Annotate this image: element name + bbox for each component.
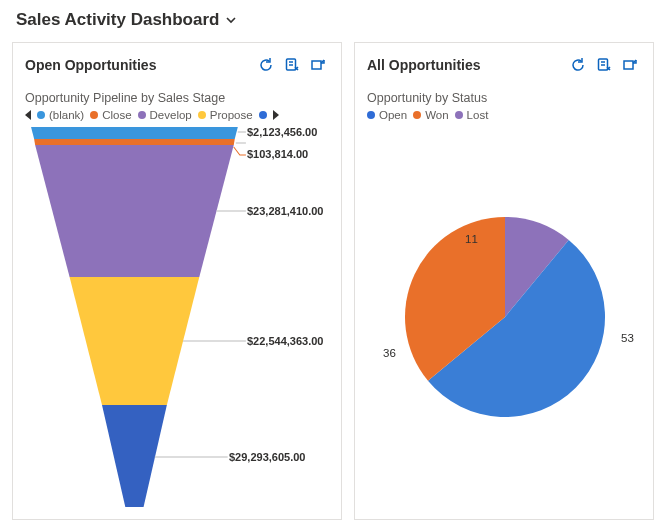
legend-next-icon[interactable] xyxy=(273,110,279,120)
page-title-row[interactable]: Sales Activity Dashboard xyxy=(12,6,660,42)
view-records-button[interactable] xyxy=(591,53,617,77)
panel-open-opportunities: Open Opportunities Opportunity Pipeline … xyxy=(12,42,342,520)
panel-title: Open Opportunities xyxy=(25,57,253,73)
chart-title: Opportunity by Status xyxy=(367,91,641,105)
funnel-chart[interactable]: $2,123,456.00 $103,814.00 $23,281,410.00… xyxy=(25,127,329,507)
funnel-legend: (blank) Close Develop Propose xyxy=(25,109,329,121)
refresh-button[interactable] xyxy=(565,53,591,77)
panel-header: All Opportunities xyxy=(355,43,653,87)
legend-lost[interactable]: Lost xyxy=(455,109,489,121)
svg-marker-5 xyxy=(35,145,234,277)
legend-propose[interactable]: Propose xyxy=(198,109,253,121)
chart-title: Opportunity Pipeline by Sales Stage xyxy=(25,91,329,105)
legend-qualify[interactable] xyxy=(259,111,267,119)
refresh-button[interactable] xyxy=(253,53,279,77)
funnel-label-propose: $22,544,363.00 xyxy=(247,335,323,347)
panel-header: Open Opportunities xyxy=(13,43,341,87)
expand-button[interactable] xyxy=(305,53,331,77)
svg-marker-4 xyxy=(34,139,235,145)
pie-label-lost: 11 xyxy=(465,233,478,245)
expand-button[interactable] xyxy=(617,53,643,77)
chevron-down-icon xyxy=(225,14,237,26)
funnel-label-blank: $2,123,456.00 xyxy=(247,126,317,138)
svg-marker-7 xyxy=(102,405,167,507)
pie-label-won: 36 xyxy=(383,347,396,359)
svg-rect-1 xyxy=(312,61,321,69)
funnel-label-close: $103,814.00 xyxy=(247,148,308,160)
panel-all-opportunities: All Opportunities Opportunity by Status … xyxy=(354,42,654,520)
view-records-button[interactable] xyxy=(279,53,305,77)
svg-marker-3 xyxy=(31,127,238,139)
funnel-label-develop: $23,281,410.00 xyxy=(247,205,323,217)
panel-title: All Opportunities xyxy=(367,57,565,73)
panel-body: Opportunity Pipeline by Sales Stage (bla… xyxy=(13,87,341,519)
legend-open[interactable]: Open xyxy=(367,109,407,121)
page-title: Sales Activity Dashboard xyxy=(16,10,219,30)
legend-blank[interactable]: (blank) xyxy=(37,109,84,121)
legend-won[interactable]: Won xyxy=(413,109,448,121)
pie-label-open: 53 xyxy=(621,332,634,344)
svg-rect-14 xyxy=(624,61,633,69)
legend-close[interactable]: Close xyxy=(90,109,131,121)
legend-develop[interactable]: Develop xyxy=(138,109,192,121)
legend-prev-icon[interactable] xyxy=(25,110,31,120)
panel-body: Opportunity by Status Open Won Lost xyxy=(355,87,653,519)
funnel-label-qualify: $29,293,605.00 xyxy=(229,451,305,463)
svg-marker-6 xyxy=(70,277,200,405)
pie-legend: Open Won Lost xyxy=(367,109,641,121)
pie-chart[interactable]: 11 53 36 xyxy=(367,127,641,487)
